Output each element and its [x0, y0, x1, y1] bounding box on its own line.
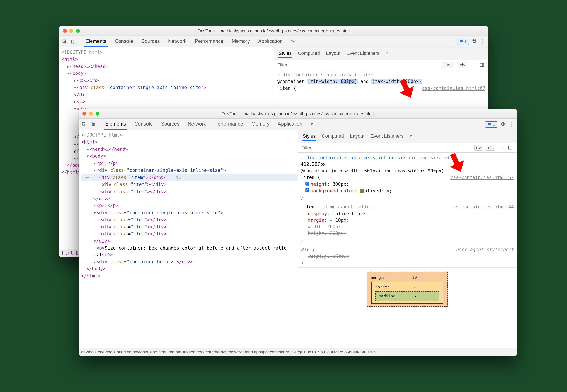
tab-elements[interactable]: Elements [84, 36, 108, 47]
minimize-icon[interactable] [89, 112, 93, 116]
tab-sources[interactable]: Sources [160, 119, 180, 130]
close-icon[interactable] [82, 112, 86, 116]
cls-toggle[interactable]: .cls [457, 62, 467, 68]
device-toggle-icon[interactable] [70, 38, 77, 45]
annotation-arrow-icon [443, 148, 469, 174]
minimize-icon[interactable] [69, 29, 73, 33]
main-toolbar: Elements Console Sources Network Perform… [59, 36, 489, 47]
subtabs-more-icon[interactable]: » [385, 49, 389, 58]
subtab-styles[interactable]: Styles [302, 132, 316, 141]
box-model[interactable]: margin10 border- padding- [367, 272, 448, 307]
source-link[interactable]: css-contain…ies.html:67 [450, 174, 514, 181]
selected-node[interactable]: ⋯<div class="item"></div> == $0 [81, 174, 298, 181]
tab-console[interactable]: Console [133, 119, 154, 130]
titlebar[interactable]: DevTools - mathiasbynens.github.io/css-d… [78, 109, 517, 119]
sidebar-toggle-icon[interactable] [478, 61, 485, 68]
tab-application[interactable]: Application [257, 36, 284, 47]
tab-performance[interactable]: Performance [194, 36, 225, 47]
add-rule-icon[interactable]: + [511, 194, 514, 202]
tab-console[interactable]: Console [113, 36, 134, 47]
tab-memory[interactable]: Memory [250, 119, 271, 130]
styles-pane: Styles Computed Layout Event Listeners »… [298, 130, 517, 348]
tab-network[interactable]: Network [167, 36, 188, 47]
kebab-icon[interactable]: ⋮ [508, 121, 515, 128]
panel-tabs: Elements Console Sources Network Perform… [84, 36, 295, 47]
cls-toggle[interactable]: .cls [485, 145, 495, 151]
maximize-icon[interactable] [95, 112, 99, 116]
styles-subtabs: Styles Computed Layout Event Listeners » [274, 47, 489, 60]
inspect-icon[interactable] [61, 38, 68, 45]
tab-elements[interactable]: Elements [104, 119, 127, 130]
subtab-computed[interactable]: Computed [321, 132, 344, 141]
matched-selector[interactable]: div.container-single-axis.i -size [283, 72, 373, 78]
source-link[interactable]: css-contain…ies.html:67 [422, 85, 485, 91]
hov-toggle[interactable]: ov [474, 145, 483, 151]
svg-rect-2 [73, 41, 75, 43]
subtab-layout[interactable]: Layout [350, 132, 365, 141]
svg-rect-7 [93, 124, 95, 126]
maximize-icon[interactable] [76, 29, 80, 33]
kebab-icon[interactable]: ⋮ [479, 38, 486, 45]
plus-icon[interactable]: + [469, 61, 476, 68]
subtabs-more-icon[interactable]: » [409, 132, 413, 141]
svg-rect-1 [72, 40, 74, 43]
gear-icon[interactable] [499, 121, 506, 128]
subtab-event-listeners[interactable]: Event Listeners [370, 132, 404, 141]
subtab-styles[interactable]: Styles [278, 49, 292, 58]
source-link[interactable]: css-contain…ies.html:44 [450, 204, 514, 210]
tab-memory[interactable]: Memory [230, 36, 251, 47]
svg-rect-6 [91, 123, 93, 126]
tab-network[interactable]: Network [186, 119, 207, 130]
sidebar-toggle-icon[interactable] [507, 144, 514, 151]
tabs-more-icon[interactable]: » [309, 119, 315, 130]
messages-badge[interactable]: 1 [485, 121, 497, 128]
annotation-arrow-icon [392, 74, 419, 100]
svg-rect-8 [508, 146, 512, 149]
svg-rect-3 [480, 63, 484, 67]
color-swatch[interactable] [360, 189, 364, 193]
ua-stylesheet-label: user agent stylesheet [456, 246, 514, 253]
subtab-event-listeners[interactable]: Event Listeners [346, 49, 380, 58]
tab-performance[interactable]: Performance [213, 119, 244, 130]
tabs-more-icon[interactable]: » [290, 36, 295, 47]
container-query: @container (min-width: 601px) and (max-w… [301, 168, 514, 174]
hov-toggle[interactable]: :hov [442, 62, 454, 68]
tab-sources[interactable]: Sources [140, 36, 161, 47]
subtab-computed[interactable]: Computed [297, 49, 320, 58]
main-toolbar: Elements Console Sources Network Perform… [78, 119, 517, 130]
devtools-window-front[interactable]: DevTools - mathiasbynens.github.io/css-d… [78, 109, 517, 356]
window-title: DevTools - mathiasbynens.github.io/css-d… [78, 111, 517, 116]
device-toggle-icon[interactable] [90, 121, 96, 128]
doctype: <!DOCTYPE html> [61, 49, 274, 56]
styles-subtabs: Styles Computed Layout Event Listeners » [298, 130, 517, 143]
window-title: DevTools - mathiasbynens.github.io/css-d… [59, 28, 489, 34]
prop-toggle[interactable] [305, 182, 309, 185]
subtab-layout[interactable]: Layout [326, 49, 341, 58]
container-link[interactable]: div.container-single-axis.inline-size [306, 155, 408, 160]
titlebar[interactable]: DevTools - mathiasbynens.github.io/css-d… [59, 26, 489, 36]
container-size: 412.297px [301, 161, 514, 168]
messages-badge[interactable]: 1 [457, 39, 469, 45]
close-icon[interactable] [63, 29, 67, 33]
dom-tree[interactable]: <!DOCTYPE html> <html> ▸<head>…</head> ▾… [78, 130, 298, 348]
prop-toggle[interactable] [305, 188, 309, 192]
tab-application[interactable]: Application [277, 119, 304, 130]
doctype: <!DOCTYPE html> [81, 132, 298, 139]
gear-icon[interactable] [471, 38, 477, 45]
plus-icon[interactable]: + [498, 144, 505, 151]
statusbar: devtools://devtools/bundled/devtools_app… [78, 348, 517, 356]
filter-input[interactable] [277, 62, 440, 68]
panel-tabs: Elements Console Sources Network Perform… [104, 119, 315, 130]
inspect-icon[interactable] [81, 121, 88, 128]
